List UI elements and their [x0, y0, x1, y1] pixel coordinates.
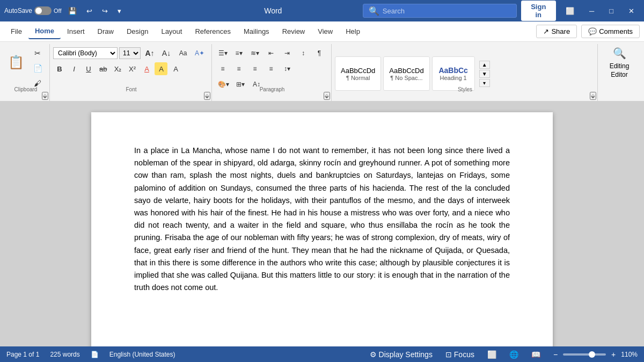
- paragraph-expand[interactable]: ⬙: [324, 92, 330, 100]
- redo-button[interactable]: ↪: [99, 5, 111, 17]
- menu-help[interactable]: Help: [339, 24, 367, 39]
- share-icon: ↗: [543, 27, 549, 35]
- multilevel-button[interactable]: ≋▾: [247, 46, 262, 60]
- menu-file[interactable]: File: [4, 24, 28, 39]
- styles-expand[interactable]: ⬙: [590, 92, 596, 100]
- paragraph-section: ☰▾ ≡▾ ≋▾ ⇤ ⇥ ↕ ¶ ≡ ≡ ≡ ≡ ↕▾ 🎨▾ ⊞▾: [213, 44, 332, 101]
- styles-section: AaBbCcDd ¶ Normal AaBbCcDd ¶ No Spac... …: [333, 44, 598, 101]
- subscript-button[interactable]: X₂: [111, 62, 124, 75]
- editor-label[interactable]: Editor: [611, 71, 627, 78]
- align-justify-button[interactable]: ≡: [264, 62, 279, 76]
- copy-button[interactable]: 📄: [30, 61, 45, 75]
- comments-button[interactable]: 💬 Comments: [581, 25, 640, 38]
- decrease-font-button[interactable]: A↓: [159, 46, 174, 60]
- style-normal-preview: AaBbCcDd: [341, 67, 375, 75]
- style-heading1-label: Heading 1: [438, 75, 469, 81]
- highlight-button[interactable]: A: [155, 62, 167, 75]
- undo-button[interactable]: ↩: [83, 5, 96, 17]
- style-normal[interactable]: AaBbCcDd ¶ Normal: [335, 56, 381, 91]
- styles-label: Styles: [333, 86, 597, 92]
- menu-layout[interactable]: Layout: [155, 24, 188, 39]
- signin-button[interactable]: Sign in: [521, 1, 556, 21]
- menu-review[interactable]: Review: [276, 24, 312, 39]
- menu-insert[interactable]: Insert: [61, 24, 91, 39]
- menu-bar: File Home Insert Draw Design Layout Refe…: [0, 21, 644, 42]
- font-format-row: B I U ab X₂ X² A A A: [53, 62, 182, 75]
- fullscreen-button[interactable]: ⬜: [560, 0, 580, 21]
- share-button[interactable]: ↗ Share: [536, 25, 577, 38]
- bullets-button[interactable]: ☰▾: [215, 46, 230, 60]
- styles-content: AaBbCcDd ¶ Normal AaBbCcDd ¶ No Spac... …: [335, 45, 593, 101]
- menu-home[interactable]: Home: [28, 24, 61, 39]
- sort-button[interactable]: ↕: [296, 46, 311, 60]
- bold-button[interactable]: B: [53, 62, 66, 75]
- numbering-button[interactable]: ≡▾: [231, 46, 246, 60]
- zoom-in-button[interactable]: +: [609, 349, 618, 360]
- change-case-button[interactable]: Aa: [175, 46, 191, 60]
- font-name-select[interactable]: Calibri (Body): [53, 47, 118, 59]
- align-right-button[interactable]: ≡: [247, 62, 262, 76]
- autosave-track[interactable]: [34, 6, 52, 15]
- menu-draw[interactable]: Draw: [91, 24, 120, 39]
- increase-indent-button[interactable]: ⇥: [280, 46, 295, 60]
- document-check-icon: 📄: [91, 351, 99, 358]
- status-bar: Page 1 of 1 225 words 📄 English (United …: [0, 346, 644, 362]
- close-button[interactable]: ✕: [623, 0, 640, 21]
- style-heading1[interactable]: AaBbCc Heading 1: [432, 56, 475, 91]
- editing-label[interactable]: Editing: [610, 62, 630, 70]
- clipboard-expand[interactable]: ⬙: [42, 92, 48, 100]
- maximize-button[interactable]: □: [604, 0, 619, 21]
- web-layout-button[interactable]: 🌐: [507, 349, 521, 360]
- minimize-button[interactable]: ─: [584, 0, 599, 21]
- show-formatting-button[interactable]: ¶: [312, 46, 327, 60]
- document-text[interactable]: In a place in La Mancha, whose name I do…: [134, 144, 510, 294]
- styles-list: AaBbCcDd ¶ Normal AaBbCcDd ¶ No Spac... …: [335, 56, 475, 91]
- autosave-knob: [35, 8, 42, 14]
- zoom-slider[interactable]: [563, 353, 606, 356]
- clipboard-extras: ✂ 📄 🖌: [30, 46, 45, 90]
- font-size-select[interactable]: 11: [119, 47, 141, 59]
- style-nospace[interactable]: AaBbCcDd ¶ No Spac...: [383, 56, 429, 91]
- italic-button[interactable]: I: [68, 62, 80, 75]
- strikethrough-button[interactable]: ab: [97, 62, 109, 75]
- document-page[interactable]: In a place in La Mancha, whose name I do…: [91, 112, 553, 346]
- word-count: 225 words: [50, 351, 79, 358]
- customize-qat-button[interactable]: ▾: [114, 5, 125, 17]
- autosave-toggle[interactable]: AutoSave Off: [4, 6, 62, 15]
- search-box[interactable]: 🔍: [363, 4, 517, 18]
- line-spacing-button[interactable]: ↕▾: [280, 62, 295, 76]
- read-mode-button[interactable]: 📖: [529, 349, 543, 360]
- paste-button[interactable]: 📋: [4, 46, 28, 78]
- language[interactable]: English (United States): [109, 351, 175, 358]
- print-layout-button[interactable]: ⬜: [485, 349, 499, 360]
- menu-view[interactable]: View: [311, 24, 339, 39]
- focus-button[interactable]: ⊡ Focus: [443, 349, 477, 360]
- editor-content: 🔍 Editing Editor: [601, 45, 638, 101]
- styles-more[interactable]: ▾: [479, 79, 490, 87]
- menu-references[interactable]: References: [188, 24, 237, 39]
- zoom-out-button[interactable]: −: [551, 349, 560, 360]
- zoom-thumb: [589, 351, 595, 358]
- font-expand[interactable]: ⬙: [204, 92, 210, 100]
- superscript-button[interactable]: X²: [126, 62, 138, 75]
- increase-font-button[interactable]: A↑: [142, 46, 157, 60]
- save-button[interactable]: 💾: [65, 5, 80, 17]
- menu-design[interactable]: Design: [120, 24, 155, 39]
- underline-button[interactable]: U: [82, 62, 95, 75]
- styles-scroll-down[interactable]: ▼: [479, 70, 490, 78]
- decrease-indent-button[interactable]: ⇤: [264, 46, 279, 60]
- font-color-button[interactable]: A: [140, 62, 153, 75]
- styles-scroll-up[interactable]: ▲: [479, 61, 490, 69]
- display-settings-button[interactable]: ⚙ Display Settings: [368, 349, 435, 360]
- font-content: Calibri (Body) 11 A↑ A↓ Aa A✦ B I U ab X…: [53, 45, 207, 101]
- search-input[interactable]: [383, 7, 511, 15]
- align-center-button[interactable]: ≡: [231, 62, 246, 76]
- editor-search-button[interactable]: 🔍: [610, 46, 629, 60]
- focus-icon: ⊡: [445, 350, 452, 359]
- font-color2-button[interactable]: A: [169, 62, 182, 75]
- align-left-button[interactable]: ≡: [215, 62, 230, 76]
- font-section: Calibri (Body) 11 A↑ A↓ Aa A✦ B I U ab X…: [51, 44, 212, 101]
- cut-button[interactable]: ✂: [30, 46, 45, 60]
- clear-format-button[interactable]: A✦: [192, 46, 207, 60]
- menu-mailings[interactable]: Mailings: [237, 24, 276, 39]
